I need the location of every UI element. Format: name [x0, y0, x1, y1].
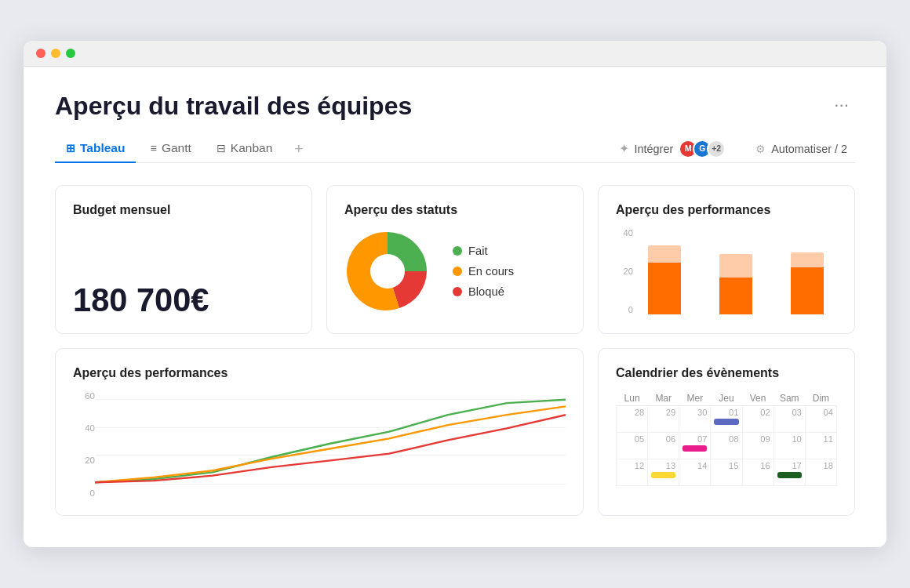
cal-row-1: 28 29 30 01 02 03 04	[617, 405, 837, 432]
page-header: Aperçu du travail des équipes ···	[55, 92, 855, 121]
bar-2-light	[719, 254, 752, 278]
bar-y-axis: 40 20 0	[616, 228, 633, 314]
budget-card: Budget mensuel 180 700€	[55, 185, 312, 334]
cal-cell-06: 06	[648, 432, 679, 459]
app-content: Aperçu du travail des équipes ··· ⊞ Tabl…	[24, 67, 886, 547]
cal-cell-18: 18	[805, 459, 836, 485]
line-y-40: 40	[85, 423, 95, 433]
tab-kanban[interactable]: ⊟ Kanban	[206, 135, 284, 163]
bar-group-2	[706, 228, 765, 314]
status-chart-area: Fait En cours Bloqué	[344, 228, 566, 314]
legend-encours: En cours	[453, 265, 514, 278]
cal-row-3: 12 13 14 15 16 17	[617, 459, 837, 485]
page-title: Aperçu du travail des équipes	[55, 92, 412, 121]
cal-cell-07: 07	[679, 432, 711, 459]
cal-cell-09: 09	[742, 432, 774, 459]
legend-dot-fait	[453, 246, 462, 256]
pie-legend: Fait En cours Bloqué	[453, 245, 514, 298]
tableau-icon: ⊞	[66, 142, 75, 154]
integrer-button[interactable]: ✦ Intégrer M G +2	[611, 136, 734, 162]
avatar-count: +2	[707, 140, 726, 158]
cal-cell-08: 08	[711, 432, 742, 459]
cal-cell-14: 14	[679, 459, 711, 485]
calendar-table: Lun Mar Mer Jeu Ven Sam Dim 28	[616, 391, 837, 486]
cal-cell-13: 13	[648, 459, 679, 485]
gantt-icon: ≡	[150, 142, 156, 154]
budget-card-title: Budget mensuel	[73, 203, 294, 217]
perf-line-title: Aperçu des performances	[73, 366, 566, 380]
cal-cell-02: 02	[742, 405, 774, 432]
legend-dot-encours	[453, 267, 462, 276]
cal-cell-17: 17	[774, 459, 805, 485]
browser-window: Aperçu du travail des équipes ··· ⊞ Tabl…	[24, 41, 886, 547]
bar-2-dark	[719, 278, 752, 314]
status-card: Aperçu des statuts	[326, 185, 584, 334]
cal-cell-10: 10	[774, 432, 805, 459]
cal-header-dim: Dim	[805, 391, 836, 406]
cal-cell-04: 04	[805, 405, 836, 432]
bar-3-light	[791, 252, 824, 267]
dot-yellow[interactable]	[51, 49, 60, 58]
perf-bar-title: Aperçu des performances	[616, 203, 837, 217]
status-card-title: Aperçu des statuts	[344, 203, 566, 217]
svg-point-0	[370, 254, 405, 289]
legend-label-encours: En cours	[468, 265, 514, 278]
cal-header-ven: Ven	[742, 391, 774, 406]
cal-cell-29: 29	[648, 405, 679, 432]
line-chart-svg	[95, 391, 566, 501]
dashboard-grid: Budget mensuel 180 700€ Aperçu des statu…	[55, 185, 855, 516]
browser-titlebar	[24, 41, 886, 67]
cal-event-3	[651, 472, 675, 478]
bar-group-3	[778, 228, 837, 314]
cal-cell-01: 01	[711, 405, 742, 432]
bar-chart-bars	[635, 228, 837, 314]
cal-header-mar: Mar	[648, 391, 679, 406]
dot-green[interactable]	[66, 49, 75, 58]
cal-event-2	[682, 445, 707, 452]
tab-add-button[interactable]: +	[286, 136, 311, 162]
cal-event-4	[777, 472, 802, 478]
cal-header-sam: Sam	[774, 391, 805, 406]
legend-fait: Fait	[453, 245, 514, 257]
cal-row-2: 05 06 07 08 09 10 11	[617, 432, 837, 459]
avatar-group: M G +2	[679, 140, 726, 158]
bar-1-light	[648, 245, 681, 263]
pie-chart	[344, 228, 431, 314]
automatiser-button[interactable]: ⚙ Automatiser / 2	[748, 139, 855, 159]
cal-cell-03: 03	[774, 405, 805, 432]
legend-dot-bloque	[453, 287, 462, 296]
line-y-axis: 60 40 20 0	[73, 391, 95, 501]
line-chart-container: 60 40 20 0	[73, 391, 566, 501]
bar-y-label-40: 40	[624, 228, 633, 238]
perf-line-card: Aperçu des performances 60 40 20 0	[55, 348, 584, 516]
dot-red[interactable]	[36, 49, 46, 58]
cal-header-jeu: Jeu	[711, 391, 742, 406]
more-button[interactable]: ···	[828, 92, 855, 118]
calendar-card: Calendrier des évènements Lun Mar Mer Je…	[598, 348, 855, 516]
line-y-60: 60	[85, 391, 95, 401]
kanban-icon: ⊟	[217, 142, 226, 154]
tabs-right: ✦ Intégrer M G +2 ⚙ Automatiser / 2	[611, 136, 855, 162]
cal-cell-15: 15	[711, 459, 742, 485]
cal-cell-05: 05	[617, 432, 648, 459]
integrer-label: Intégrer	[635, 143, 674, 155]
cal-header-mer: Mer	[679, 391, 711, 406]
tab-gantt[interactable]: ≡ Gantt	[139, 135, 202, 163]
bar-group-1	[635, 228, 693, 314]
line-y-20: 20	[85, 456, 95, 465]
tab-kanban-label: Kanban	[231, 141, 273, 155]
tab-tableau[interactable]: ⊞ Tableau	[55, 135, 136, 163]
tab-gantt-label: Gantt	[162, 141, 191, 155]
cal-event-1	[714, 419, 738, 425]
integrer-icon: ✦	[619, 141, 629, 156]
legend-label-bloque: Bloqué	[468, 285, 504, 298]
bar-3-dark	[791, 267, 824, 314]
legend-bloque: Bloqué	[453, 285, 514, 298]
perf-bar-card: Aperçu des performances 40 20 0	[598, 185, 855, 334]
auto-icon: ⚙	[755, 143, 766, 155]
cal-cell-28: 28	[617, 405, 648, 432]
bar-y-label-0: 0	[628, 305, 633, 314]
bar-y-label-20: 20	[624, 267, 633, 276]
cal-cell-11: 11	[805, 432, 836, 459]
budget-amount: 180 700€	[73, 281, 294, 319]
